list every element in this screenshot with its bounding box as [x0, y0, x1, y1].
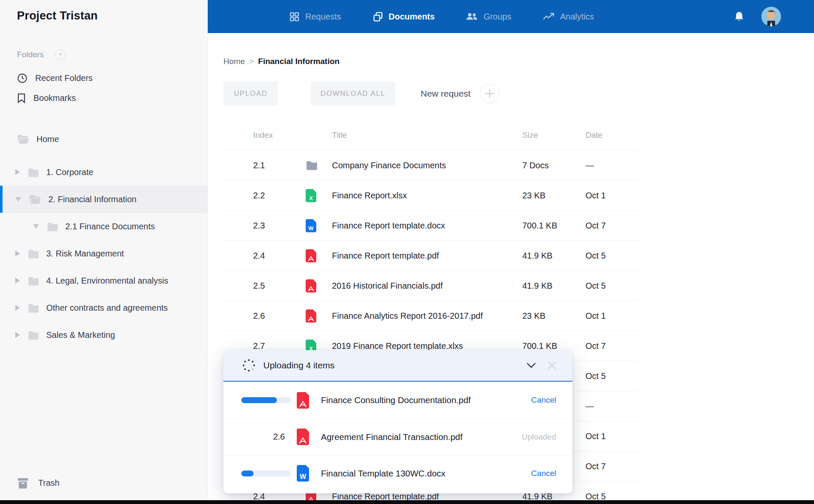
shortcut-label: Bookmarks [33, 93, 76, 103]
row-size: 700.1 KB [522, 341, 557, 351]
row-date: — [585, 401, 594, 411]
table-header-row: Index Title Size Date [223, 120, 638, 150]
row-date: Oct 1 [585, 191, 606, 200]
row-date: — [585, 161, 594, 170]
nav-tab-label: Analytics [560, 12, 594, 22]
caret-right-icon[interactable] [15, 251, 20, 256]
folder-closed-gray [47, 222, 59, 231]
header-index: Index [253, 131, 273, 140]
pdf-file-icon [306, 249, 316, 262]
tree-item-label: Sales & Marketing [46, 330, 115, 340]
sidebar-item-recent-folders[interactable]: Recent Folders [17, 73, 93, 84]
excel-file-icon: X [306, 189, 316, 202]
tree-item-label: 2. Financial Information [48, 195, 137, 204]
row-index: 2.1 [253, 161, 265, 170]
folder-icon [306, 160, 318, 170]
row-size: 23 KB [522, 311, 545, 321]
sidebar-item-bookmarks[interactable]: Bookmarks [17, 93, 76, 103]
nav-tab-analytics[interactable]: Analytics [543, 12, 594, 22]
caret-down-icon[interactable] [33, 224, 39, 229]
sidebar-item-sales-marketing[interactable]: Sales & Marketing [0, 321, 208, 348]
row-index: 2.6 [253, 311, 265, 321]
sidebar-item-other-contracts-and-agreements[interactable]: Other contracts and agreements [0, 294, 208, 321]
new-request-label: New request [421, 89, 471, 99]
upload-item-row: 2.6Agreement Financial Transaction.pdfUp… [223, 418, 572, 455]
bottom-edge-bar [0, 500, 814, 504]
caret-down-icon[interactable] [15, 197, 21, 202]
close-icon[interactable] [548, 361, 556, 370]
notification-bell-icon[interactable] [734, 11, 744, 22]
row-title: Company Finance Documents [332, 161, 446, 170]
breadcrumb-home-link[interactable]: Home [223, 57, 245, 66]
sidebar: Project Tristan Folders + Recent Folders… [0, 0, 208, 504]
user-avatar[interactable] [761, 7, 781, 26]
sidebar-item-1-corporate[interactable]: 1. Corporate [0, 159, 208, 186]
caret-right-icon[interactable] [15, 278, 20, 284]
upload-item-name: Finance Consulting Documentation.pdf [321, 395, 471, 405]
nav-tab-groups[interactable]: Groups [466, 11, 511, 22]
table-row[interactable]: 2.1Company Finance Documents7 Docs— [223, 150, 638, 180]
tree-item-label: 2.1 Finance Documents [65, 222, 155, 231]
top-navbar: RequestsDocumentsGroupsAnalytics [208, 0, 814, 33]
upload-panel-header: Uploading 4 items [223, 350, 572, 382]
sidebar-item-home[interactable]: Home [0, 125, 208, 153]
row-date: Oct 5 [585, 251, 606, 261]
chevron-down-icon[interactable] [527, 362, 536, 368]
sidebar-item-trash[interactable]: Trash [17, 477, 59, 489]
trash-icon [17, 477, 29, 489]
header-title: Title [332, 131, 347, 140]
nav-tab-requests[interactable]: Requests [289, 11, 341, 22]
table-row[interactable]: 2.2XFinance Report.xlsx23 KBOct 1 [223, 180, 638, 210]
row-title: Finance Report template.pdf [332, 251, 439, 261]
tree-item-label: Home [36, 134, 59, 144]
cancel-upload-link[interactable]: Cancel [531, 469, 556, 478]
table-row[interactable]: 2.52016 Historical Financials.pdf41.9 KB… [223, 270, 638, 301]
caret-right-icon[interactable] [15, 332, 20, 338]
row-date: Oct 1 [585, 311, 606, 321]
download-all-button[interactable]: DOWNLOAD ALL [311, 81, 395, 106]
trash-label: Trash [38, 478, 59, 488]
row-title: 2016 Historical Financials.pdf [332, 281, 443, 291]
row-index: 2.3 [253, 221, 265, 231]
table-row[interactable]: 2.3WFinance Report template.docx700.1 KB… [223, 210, 638, 240]
caret-right-icon[interactable] [15, 169, 20, 175]
bell-icon [734, 11, 744, 22]
cancel-upload-link[interactable]: Cancel [531, 395, 556, 405]
table-row[interactable]: 2.6Finance Analytics Report 2016-2017.pd… [223, 301, 638, 331]
caret-right-icon[interactable] [15, 305, 20, 311]
tree-item-label: 4. Legal, Environmental analysis [46, 276, 168, 286]
upload-item-row: WFinancial Template 130WC.docxCancel [223, 455, 572, 491]
pdf-file-icon [297, 429, 309, 445]
upload-item-row: Finance Consulting Documentation.pdfCanc… [223, 382, 572, 418]
sidebar-item-2-financial-information[interactable]: 2. Financial Information [0, 186, 208, 213]
tree-item-label: Other contracts and agreements [46, 303, 168, 313]
sidebar-item-4-legal-environmental-analysis[interactable]: 4. Legal, Environmental analysis [0, 267, 208, 294]
table-row[interactable]: 2.4Finance Report template.pdf41.9 KBOct… [223, 240, 638, 270]
nav-tab-label: Groups [483, 12, 511, 22]
pdf-file-icon [297, 392, 309, 409]
spinner-icon [241, 358, 256, 373]
upload-status-label: Uploaded [522, 432, 556, 442]
upload-button[interactable]: UPLOAD [223, 81, 278, 106]
sidebar-item-3-risk-management[interactable]: 3. Risk Management [0, 240, 208, 267]
word-file-icon: W [297, 465, 309, 482]
row-title: Finance Analytics Report 2016-2017.pdf [332, 311, 483, 321]
nav-tab-documents[interactable]: Documents [373, 11, 435, 22]
grid-icon [289, 11, 300, 22]
bookmark-icon [17, 93, 26, 103]
sidebar-item-2-1-finance-documents[interactable]: 2.1 Finance Documents [0, 213, 208, 240]
add-folder-icon[interactable]: + [55, 49, 66, 60]
folder-closed-gray [28, 303, 39, 313]
row-index: 2.7 [253, 341, 265, 351]
folders-section-label: Folders [17, 50, 44, 59]
tree-item-label: 1. Corporate [46, 167, 93, 177]
toolbar: UPLOAD DOWNLOAD ALL New request [223, 81, 499, 106]
folder-closed-gray [28, 249, 39, 259]
upload-progress-bar [241, 397, 291, 403]
breadcrumb: Home > Financial Information [223, 57, 340, 66]
folder-icon [306, 160, 318, 170]
row-index: 2.5 [253, 281, 265, 291]
clock-icon [17, 73, 28, 84]
row-date: Oct 5 [585, 281, 606, 291]
new-request-button[interactable]: New request [421, 84, 499, 103]
